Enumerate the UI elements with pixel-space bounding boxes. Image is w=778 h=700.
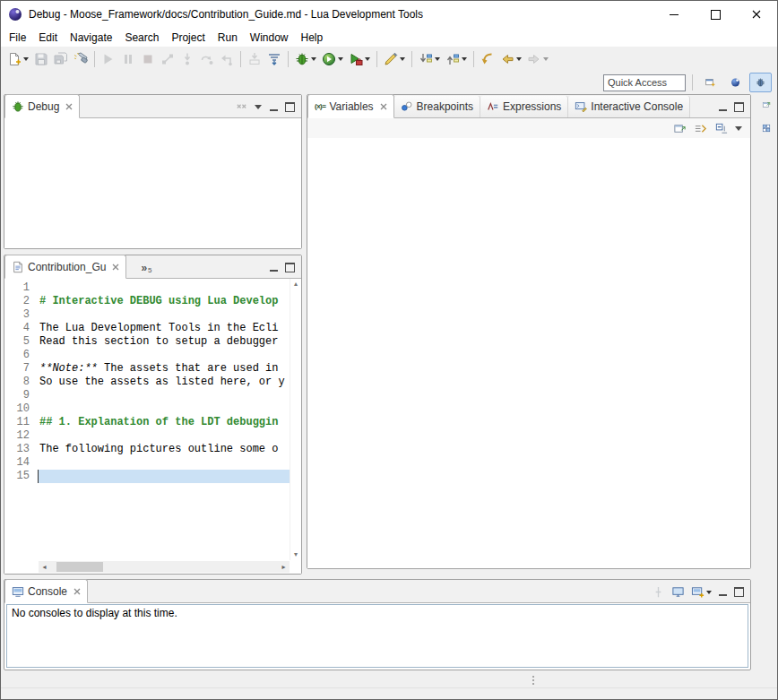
- editor-line[interactable]: 15: [4, 470, 290, 483]
- editor-line[interactable]: 2 # Interactive DEBUG using Lua Develop: [4, 295, 290, 308]
- save-button[interactable]: [31, 49, 51, 69]
- editor-line[interactable]: 7 **Note:** The assets that are used in: [4, 362, 290, 376]
- tab-variables[interactable]: (x)= Variables: [307, 94, 394, 118]
- tab-editor-contribution-guide[interactable]: Contribution_Gu: [4, 255, 126, 279]
- tab-overflow-chevron[interactable]: 5: [141, 262, 151, 278]
- show-type-names-icon[interactable]: [673, 122, 687, 135]
- editor-line[interactable]: 3: [4, 308, 290, 322]
- drop-to-frame-button[interactable]: [245, 49, 264, 69]
- close-tab-icon[interactable]: [112, 264, 119, 271]
- tab-breakpoints[interactable]: Breakpoints: [394, 96, 480, 117]
- close-tab-icon[interactable]: [380, 103, 387, 110]
- scroll-up-icon[interactable]: [294, 281, 298, 288]
- save-all-button[interactable]: [51, 49, 71, 69]
- scrollbar-thumb[interactable]: [56, 562, 103, 572]
- step-over-button[interactable]: [197, 49, 217, 69]
- sash-grip[interactable]: [532, 676, 534, 685]
- next-annotation-button[interactable]: [416, 49, 443, 69]
- editor-line[interactable]: 6: [4, 349, 290, 362]
- debug-view-tabbar: Debug: [4, 95, 301, 118]
- minimize-view-icon[interactable]: [269, 263, 279, 272]
- editor-line[interactable]: 1: [4, 281, 290, 295]
- disconnect-button[interactable]: [158, 49, 177, 69]
- menu-item[interactable]: Search: [118, 30, 165, 46]
- scroll-down-icon[interactable]: [294, 551, 298, 558]
- run-button[interactable]: [319, 49, 346, 69]
- new-wizard-button[interactable]: [4, 49, 31, 69]
- menu-item[interactable]: Project: [165, 30, 211, 46]
- editor-line[interactable]: 12: [4, 429, 290, 443]
- editor-content[interactable]: 1 2 # Interactive DEBUG using Lua Develo…: [4, 279, 301, 574]
- editor-line[interactable]: 4 The Lua Development Tools in the Ecli: [4, 322, 290, 335]
- minimize-view-icon[interactable]: [718, 587, 728, 597]
- editor-line[interactable]: 11 ## 1. Explanation of the LDT debuggin: [4, 416, 290, 429]
- fast-view-layout-button[interactable]: [756, 119, 776, 137]
- open-console-button[interactable]: [691, 585, 712, 599]
- lua-perspective-button[interactable]: [724, 73, 747, 92]
- search-button[interactable]: [71, 49, 91, 69]
- maximize-view-icon[interactable]: [734, 587, 744, 597]
- step-into-button[interactable]: [177, 49, 197, 69]
- console-tabbar: Console: [4, 580, 750, 603]
- tab-expressions[interactable]: Expressions: [480, 96, 568, 117]
- menu-item[interactable]: File: [3, 30, 32, 46]
- view-menu-icon[interactable]: [735, 125, 743, 133]
- menu-item[interactable]: Help: [295, 30, 330, 46]
- maximize-view-icon[interactable]: [285, 263, 295, 272]
- open-perspective-button[interactable]: [699, 73, 722, 92]
- line-text: [38, 402, 290, 416]
- scroll-right-icon[interactable]: [278, 563, 290, 571]
- external-tools-button[interactable]: [346, 49, 373, 69]
- tab-debug[interactable]: Debug: [4, 94, 80, 118]
- menu-item[interactable]: Navigate: [64, 30, 118, 46]
- maximize-view-icon[interactable]: [734, 102, 744, 112]
- close-window-button[interactable]: [736, 1, 777, 28]
- close-tab-icon[interactable]: [65, 103, 73, 110]
- maximize-window-button[interactable]: [695, 1, 736, 28]
- forward-button[interactable]: [524, 49, 551, 69]
- display-selected-console-icon[interactable]: [671, 585, 685, 599]
- editor-vertical-scrollbar[interactable]: [290, 279, 301, 560]
- scroll-left-icon[interactable]: [39, 563, 50, 571]
- minimize-view-icon[interactable]: [718, 102, 728, 112]
- show-logical-structures-icon[interactable]: [694, 122, 707, 135]
- resume-button[interactable]: [99, 49, 118, 69]
- pin-console-icon[interactable]: [652, 585, 665, 599]
- minimize-window-button[interactable]: [653, 1, 695, 28]
- remove-all-terminated-icon[interactable]: [235, 100, 248, 114]
- close-tab-icon[interactable]: [73, 588, 81, 595]
- suspend-button[interactable]: [118, 49, 138, 69]
- editor-line[interactable]: 5 Read this section to setup a debugger: [4, 335, 290, 349]
- debug-button[interactable]: [292, 49, 319, 69]
- editor-line[interactable]: 8 So use the assets as listed here, or y: [4, 376, 290, 389]
- line-number: 8: [4, 376, 38, 389]
- debug-perspective-button[interactable]: [749, 73, 772, 92]
- menu-item[interactable]: Run: [212, 30, 244, 46]
- use-step-filters-button[interactable]: [264, 49, 284, 69]
- editor-line[interactable]: 9: [4, 389, 290, 402]
- editor-line[interactable]: 10: [4, 402, 290, 416]
- tab-interactive-console[interactable]: Interactive Console: [568, 96, 690, 117]
- last-edit-location-button[interactable]: [478, 49, 497, 69]
- mark-occurrences-button[interactable]: [381, 49, 408, 69]
- quick-access-input[interactable]: Quick Access: [603, 74, 686, 91]
- restore-editor-button[interactable]: [756, 96, 776, 114]
- menu-item[interactable]: Edit: [32, 30, 64, 46]
- code-area[interactable]: 1 2 # Interactive DEBUG using Lua Develo…: [4, 279, 290, 560]
- editor-line[interactable]: 14: [4, 456, 290, 470]
- editor-horizontal-scrollbar[interactable]: [39, 561, 290, 573]
- minimize-view-icon[interactable]: [269, 102, 279, 112]
- previous-annotation-button[interactable]: [443, 49, 470, 69]
- application-window: Debug - Moose_Framework/docs/Contributio…: [0, 0, 778, 700]
- maximize-view-icon[interactable]: [285, 102, 295, 112]
- step-return-button[interactable]: [217, 49, 237, 69]
- console-view-toolbar: [652, 581, 750, 602]
- tab-console[interactable]: Console: [4, 579, 88, 603]
- back-button[interactable]: [497, 49, 524, 69]
- scrollbar-track[interactable]: [50, 561, 278, 573]
- editor-line[interactable]: 13 The following pictures outline some o: [4, 443, 290, 456]
- collapse-all-icon[interactable]: [714, 122, 728, 135]
- view-menu-icon[interactable]: [255, 103, 263, 111]
- terminate-button[interactable]: [138, 49, 158, 69]
- menu-item[interactable]: Window: [244, 30, 295, 46]
